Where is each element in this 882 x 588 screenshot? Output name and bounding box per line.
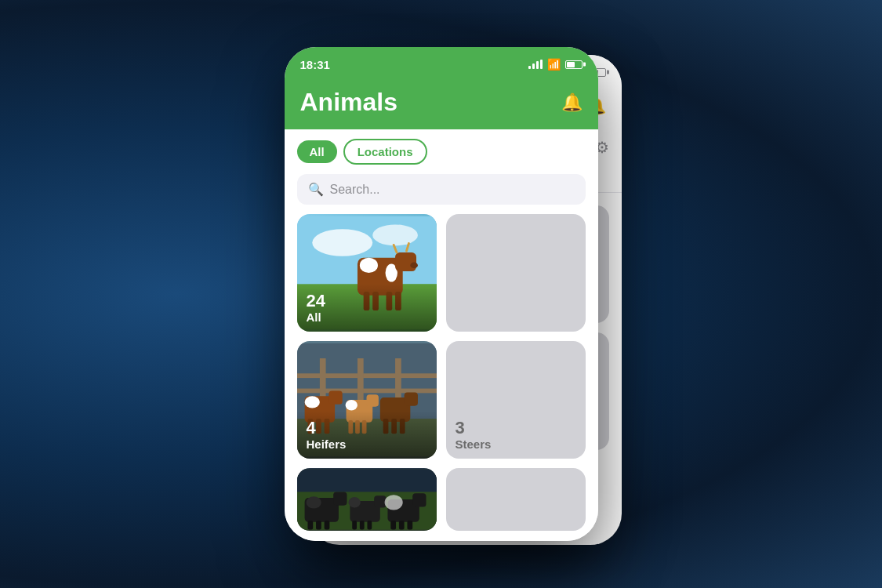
signal-icon — [528, 60, 543, 69]
svg-rect-16 — [297, 373, 437, 378]
battery-icon — [565, 60, 583, 69]
card-all-overlay: 24 All — [297, 284, 437, 332]
app-title: Animals — [300, 88, 397, 117]
card-steers-label: Steers — [456, 437, 576, 451]
card-placeholder-2[interactable] — [446, 468, 586, 531]
svg-rect-46 — [316, 521, 321, 530]
card-heifers[interactable]: 4 Heifers — [297, 341, 437, 459]
filter-all-button[interactable]: All — [297, 140, 337, 163]
animal-grid: 24 All — [285, 214, 598, 531]
svg-point-43 — [306, 496, 321, 508]
svg-point-2 — [312, 229, 372, 256]
status-time: 18:31 — [300, 58, 330, 71]
svg-rect-56 — [412, 493, 426, 506]
main-phone: 18:31 📶 Animals 🔔 — [285, 47, 598, 541]
svg-point-5 — [359, 258, 377, 273]
card-all-label: All — [307, 310, 427, 324]
svg-rect-7 — [395, 252, 416, 271]
wifi-icon: 📶 — [547, 58, 561, 71]
svg-rect-35 — [404, 392, 417, 405]
svg-rect-59 — [407, 521, 412, 530]
svg-rect-40 — [297, 470, 437, 496]
svg-rect-24 — [328, 390, 342, 404]
filter-locations-button[interactable]: Locations — [343, 139, 427, 165]
svg-rect-44 — [333, 492, 347, 505]
card-placeholder-1[interactable] — [446, 214, 586, 332]
svg-rect-17 — [297, 389, 437, 394]
card-all[interactable]: 24 All — [297, 214, 437, 332]
svg-point-23 — [304, 396, 319, 408]
status-icons: 📶 — [528, 58, 583, 71]
card-steers-count: 3 — [456, 419, 576, 437]
card-all-count: 24 — [307, 292, 427, 310]
card-black-cows[interactable] — [297, 468, 437, 531]
app-header: Animals 🔔 — [285, 82, 598, 129]
svg-rect-58 — [398, 521, 404, 530]
svg-rect-47 — [324, 521, 329, 530]
svg-rect-50 — [374, 495, 386, 507]
card-heifers-overlay: 4 Heifers — [297, 411, 437, 459]
svg-point-8 — [410, 263, 418, 269]
svg-point-49 — [348, 497, 360, 507]
svg-rect-52 — [359, 521, 364, 530]
card-steers-overlay: 3 Steers — [446, 411, 586, 459]
card-heifers-count: 4 — [307, 419, 427, 437]
search-icon: 🔍 — [308, 182, 324, 197]
status-bar: 18:31 📶 — [285, 47, 598, 82]
card-heifers-label: Heifers — [307, 437, 427, 451]
svg-point-3 — [372, 224, 418, 245]
svg-rect-51 — [352, 521, 357, 530]
black-cows-image — [297, 468, 437, 531]
card-steers[interactable]: 3 Steers — [446, 341, 586, 459]
svg-rect-30 — [366, 394, 378, 406]
svg-point-29 — [345, 400, 357, 410]
filter-row: All Locations — [285, 129, 598, 171]
notification-bell-icon[interactable]: 🔔 — [561, 93, 583, 113]
svg-rect-53 — [367, 521, 372, 530]
svg-point-55 — [384, 495, 402, 510]
svg-rect-57 — [390, 521, 396, 530]
search-input[interactable]: Search... — [330, 183, 380, 197]
svg-rect-45 — [307, 521, 313, 530]
search-bar[interactable]: 🔍 Search... — [297, 174, 586, 205]
